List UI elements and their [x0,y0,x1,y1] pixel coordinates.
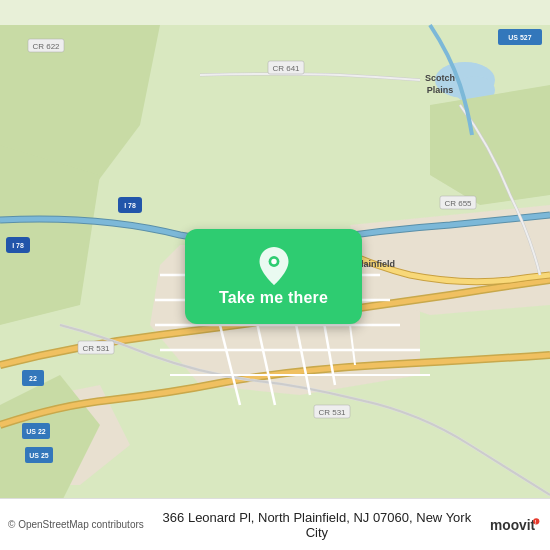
svg-text:CR 531: CR 531 [318,408,346,417]
svg-text:Plains: Plains [427,85,454,95]
map-container: I 78 I 78 22 US 22 US 25 US 527 CR 622 C… [0,0,550,550]
svg-text:22: 22 [29,375,37,382]
location-pin-icon [258,247,290,285]
take-me-there-button[interactable]: Take me there [185,229,362,324]
svg-text:moovit: moovit [490,518,535,533]
svg-text:I 78: I 78 [12,242,24,249]
svg-text:Scotch: Scotch [425,73,455,83]
moovit-logo: moovit ! [490,511,540,539]
svg-text:CR 531: CR 531 [82,344,110,353]
svg-text:US 25: US 25 [29,452,49,459]
address-text: 366 Leonard Pl, North Plainfield, NJ 070… [144,510,490,540]
svg-text:I 78: I 78 [124,202,136,209]
attribution-area: © OpenStreetMap contributors [8,519,144,530]
svg-text:CR 622: CR 622 [32,42,60,51]
bottom-bar: © OpenStreetMap contributors 366 Leonard… [0,498,550,550]
svg-text:US 22: US 22 [26,428,46,435]
copyright-text: © OpenStreetMap contributors [8,519,144,530]
svg-point-48 [271,258,276,263]
take-me-there-label: Take me there [219,289,328,307]
svg-text:CR 655: CR 655 [444,199,472,208]
svg-text:CR 641: CR 641 [272,64,300,73]
svg-text:US 527: US 527 [508,34,531,41]
moovit-logo-svg: moovit ! [490,511,540,539]
